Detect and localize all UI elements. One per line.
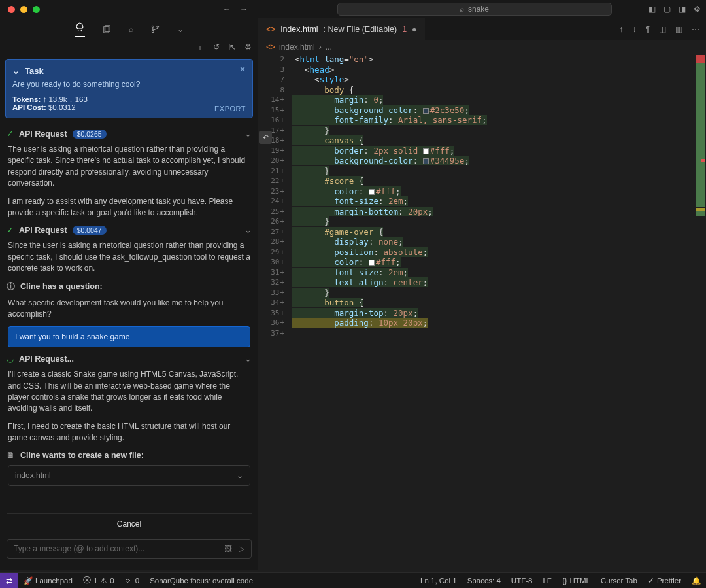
remote-indicator[interactable]: ⇄ [0, 573, 18, 588]
cancel-button[interactable]: Cancel [7, 513, 252, 534]
code-line[interactable]: 23+ color: #fff; [258, 186, 706, 197]
code-line[interactable]: 15+ background-color: #2c3e50; [258, 105, 706, 116]
code-line[interactable]: 14+ margin: 0; [258, 95, 706, 105]
minimap-modified-region [696, 208, 705, 211]
layout-secondary-icon[interactable]: ◨ [679, 5, 686, 14]
minimap[interactable] [694, 54, 706, 217]
image-icon[interactable]: 🖼 [224, 544, 232, 553]
code-line[interactable]: 26+ } [258, 216, 706, 227]
code-line[interactable]: 8 body { [258, 85, 706, 95]
code-line[interactable]: 31+ font-size: 2em; [258, 268, 706, 278]
user-reply: I want you to build a snake game [8, 326, 250, 347]
code-line[interactable]: 25+ margin-bottom: 20px; [258, 207, 706, 217]
tab-files-icon[interactable] [102, 24, 112, 34]
language-status[interactable]: {} HTML [557, 576, 596, 585]
split-editor-icon[interactable]: ▥ [675, 25, 682, 34]
history-icon[interactable]: ↺ [213, 43, 220, 54]
code-line[interactable]: 29+ position: absolute; [258, 247, 706, 258]
encoding-status[interactable]: UTF-8 [506, 576, 538, 585]
code-line[interactable]: 19+ border: 2px solid #fff; [258, 146, 706, 156]
paragraph-icon[interactable]: ¶ [646, 25, 650, 34]
popout-icon[interactable]: ⇱ [229, 43, 235, 54]
eol-status[interactable]: LF [537, 576, 556, 585]
cursor-tab-status[interactable]: Cursor Tab [596, 576, 643, 585]
file-select[interactable]: index.html ⌄ [8, 465, 250, 486]
response-text: I am ready to assist with any developmen… [8, 196, 250, 219]
message-input[interactable]: Type a message (@ to add context)... 🖼 ▷ [7, 539, 252, 559]
tab-problem-count: 1 [402, 25, 407, 34]
code-line[interactable]: 27+ #game-over { [258, 227, 706, 237]
task-title: Task [25, 66, 44, 76]
response-text: First, I need to create the basic HTML s… [8, 421, 250, 444]
command-center[interactable]: ⌕ snake [337, 3, 612, 16]
code-line[interactable]: 22+ #score { [258, 176, 706, 186]
code-line[interactable]: 37+ [258, 328, 706, 339]
code-line[interactable]: 33+ } [258, 288, 706, 298]
code-line[interactable]: 21+ } [258, 166, 706, 177]
window-controls [8, 6, 40, 13]
task-question: Are you ready to do something cool? [12, 80, 246, 89]
close-window-icon[interactable] [8, 6, 15, 13]
new-task-icon[interactable]: ＋ [196, 43, 204, 54]
code-editor[interactable]: 2<html lang="en">3 <head>7 <style>8 body… [258, 54, 706, 570]
tokens-down: 163 [75, 95, 88, 103]
diff-icon[interactable]: ◫ [659, 25, 666, 34]
cost-pill: $0.0047 [73, 226, 107, 235]
ports-status[interactable]: ᯤ0 [120, 577, 144, 585]
more-icon[interactable]: ⋯ [692, 25, 699, 34]
code-line[interactable]: 24+ font-size: 2em; [258, 196, 706, 207]
chevron-down-icon[interactable]: ⌄ [244, 225, 252, 235]
settings-gear-icon[interactable]: ⚙ [694, 5, 701, 14]
code-line[interactable]: 35+ margin-top: 20px; [258, 308, 706, 319]
tab-rocket-icon[interactable] [75, 22, 85, 37]
code-line[interactable]: 32+ text-align: center; [258, 277, 706, 288]
code-line[interactable]: 34+ button { [258, 298, 706, 308]
code-line[interactable]: 17+ } [258, 126, 706, 136]
layout-primary-icon[interactable]: ◧ [648, 5, 656, 14]
problems-status[interactable]: ⓧ1 ⚠0 [78, 576, 120, 585]
chevron-down-icon: ⌄ [237, 471, 243, 480]
sidebar-tabs: ⌕ ⌄ [0, 18, 258, 40]
chevron-down-icon[interactable]: ⌄ [244, 354, 252, 364]
layout-panel-icon[interactable]: ▢ [664, 5, 671, 14]
nav-back-icon[interactable]: ← [223, 5, 231, 14]
revert-button[interactable]: ↶ [259, 131, 272, 144]
code-line[interactable]: 20+ background-color: #34495e; [258, 156, 706, 166]
code-line[interactable]: 36+ padding: 10px 20px; [258, 318, 706, 328]
code-line[interactable]: 16+ font-family: Arial, sans-serif; [258, 115, 706, 126]
chevron-down-icon[interactable]: ⌄ [244, 129, 252, 139]
indentation-status[interactable]: Spaces: 4 [462, 576, 506, 585]
tab-search-icon[interactable]: ⌕ [129, 25, 133, 34]
code-line[interactable]: 30+ color: #fff; [258, 257, 706, 268]
nav-forward-icon[interactable]: → [240, 5, 248, 14]
minimap-error-region [696, 55, 705, 63]
code-line[interactable]: 2<html lang="en"> [258, 54, 706, 65]
breadcrumbs[interactable]: <> index.html › ... [258, 40, 706, 54]
extension-sidebar: ⌕ ⌄ ＋ ↺ ⇱ ⚙ ⌄ Task ✕ Are you ready to do… [0, 18, 258, 570]
send-icon[interactable]: ▷ [239, 544, 244, 553]
close-icon[interactable]: ✕ [239, 65, 246, 74]
sonarqube-status[interactable]: SonarQube focus: overall code [144, 577, 258, 585]
tab-branch-icon[interactable] [150, 24, 160, 34]
settings-icon[interactable]: ⚙ [244, 43, 252, 54]
launchpad-status[interactable]: 🚀Launchpad [18, 576, 78, 585]
code-line[interactable]: 18+ canvas { [258, 135, 706, 146]
file-name: index.html [15, 471, 51, 480]
tab-more-icon[interactable]: ⌄ [177, 25, 184, 34]
notifications-icon[interactable]: 🔔 [686, 576, 706, 585]
minimize-window-icon[interactable] [20, 6, 27, 13]
arrow-up-icon[interactable]: ↑ [620, 25, 624, 34]
prettier-status[interactable]: ✓ Prettier [643, 576, 686, 585]
code-line[interactable]: 7 <style> [258, 75, 706, 85]
warning-icon: ⚠ [100, 576, 107, 585]
arrow-down-icon[interactable]: ↓ [633, 25, 637, 34]
chevron-down-icon[interactable]: ⌄ [12, 66, 20, 76]
tokens-label: Tokens: [12, 95, 41, 103]
code-line[interactable]: 28+ display: none; [258, 237, 706, 247]
code-line[interactable]: 3 <head> [258, 65, 706, 75]
editor-tab[interactable]: <> index.html: New File (Editable) 1 ● [258, 18, 425, 40]
maximize-window-icon[interactable] [33, 6, 40, 13]
export-button[interactable]: EXPORT [214, 105, 246, 112]
cursor-position[interactable]: Ln 1, Col 1 [415, 576, 462, 585]
minimap-added-region [696, 63, 705, 207]
